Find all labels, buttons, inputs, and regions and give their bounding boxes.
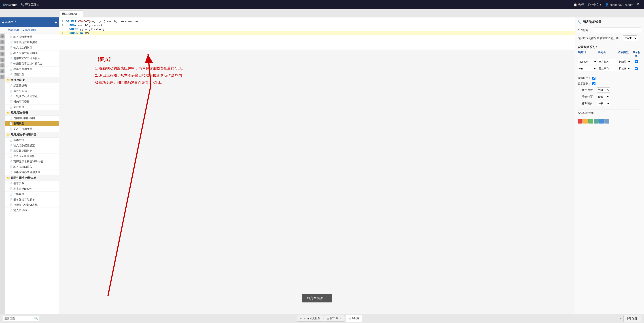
nav-item-2d-form[interactable]: 📄 二维表单 [5, 192, 59, 197]
v-position-select[interactable]: 顶部 底部 [597, 94, 610, 99]
window-tab[interactable]: ⊞ 窗口 I2 → [324, 315, 345, 322]
bind-datasource-button[interactable]: 绑定数据源 → [302, 294, 332, 303]
add-page-button[interactable]: ● 添加页面 [22, 28, 36, 32]
lang-label: 简体中文 [588, 3, 599, 7]
back-to-flow-button[interactable]: ← ← 返回流程图 [297, 315, 323, 322]
h-position-select[interactable]: 中间 左侧 右侧 [597, 87, 610, 93]
nav-item-popup-form[interactable]: 📄 表单弹出二维表单 [5, 197, 59, 202]
color-swatch-red[interactable] [578, 119, 582, 123]
nav-item-chart-var[interactable]: 📄 图表的可用变量 [5, 126, 59, 132]
nav-item-input-link[interactable]: 📄 输入域之间联动 [5, 45, 59, 50]
line-code-1: SELECT CONCAT(mm, '月') month, revenue, a… [66, 19, 140, 23]
color-swatch-blue[interactable] [599, 119, 604, 123]
tab-close-button[interactable]: × [79, 13, 80, 15]
nav-item-tree-var[interactable]: 📄 树的可用变量 [5, 99, 59, 104]
nav-item-table-ds[interactable]: 📄 表格数据源绑定 [5, 148, 59, 154]
nav-item-input-ds[interactable]: 📄 输入域数据源绑定 [5, 143, 59, 148]
nav-item-bind-table[interactable]: 📄 绑定数据表 [5, 83, 59, 88]
nav-group-table-editor[interactable]: 📁 组件用法-表格编辑器 [5, 132, 59, 138]
nav-item-bind-var[interactable]: 📄 输入域绑定变量 [5, 34, 59, 40]
color-swatch-steel[interactable] [604, 119, 609, 123]
icon-block-8[interactable]: 🔧 [0, 75, 4, 79]
nav-item-basic[interactable]: 📄 基本用法 [5, 138, 59, 143]
right-arrow-icon[interactable]: ▶ [55, 20, 57, 24]
add-menu-button[interactable]: ＋ + 添加菜单 [2, 28, 20, 32]
icon-block-7[interactable]: ▦ [0, 69, 4, 73]
icon-block-3[interactable]: ⊟ [0, 46, 4, 50]
nav-item-accounting[interactable]: 📄 会计科目 [5, 104, 59, 110]
sidebar-title: 基本用法 [5, 20, 16, 24]
x-axis-select[interactable]: month [623, 35, 637, 41]
nav-item-row-action[interactable]: 📄 行操作按钮超级表单 [5, 202, 59, 208]
component-config-tab[interactable]: 组件配置 [346, 315, 362, 322]
show-tip-checkbox[interactable] [592, 77, 596, 80]
series1-col-select[interactable]: revenue [578, 59, 597, 64]
v-position-row: 垂直位置： 顶部 底部 [582, 94, 641, 99]
doc-icon: 📄 [10, 128, 12, 130]
series2-type-select[interactable]: 折线图 [618, 66, 630, 71]
line-num-2: 2 [59, 24, 66, 27]
tutorial-link[interactable]: 📋 教程 [574, 3, 584, 7]
sidebar: ◀ 基本用法 ▶ ＋ + 添加菜单 ● 添加页面 ⊞ ☰ ⊟ ≡ ⊠ ⊡ [0, 17, 59, 314]
settings-icon[interactable]: ⚙ [637, 2, 641, 7]
doc-icon: 📄 [10, 106, 12, 109]
nav-item-chart-types[interactable]: 📄 饼图柱状图折线图 [5, 116, 59, 121]
bind-btn-label: 绑定数据源 → [307, 296, 327, 300]
icon-block-1[interactable]: ⊞ [0, 34, 4, 38]
nav-item-other-window[interactable]: 📄 使用其它窗口组件输入 [5, 56, 59, 61]
icon-block-6[interactable]: ⊡ [0, 63, 4, 67]
nav-item-other-window2[interactable]: 📄 使用其它窗口组件输入2 [5, 61, 59, 66]
sort-direction-select[interactable]: 水平 垂直 [597, 101, 610, 106]
save-button[interactable]: 💾 保存 [624, 315, 641, 322]
chart-title-input[interactable] [593, 27, 641, 33]
doc-icon: 📄 [10, 122, 12, 125]
v-position-label: 垂直位置： [582, 95, 596, 99]
series1-type-select[interactable]: 折线图 [618, 59, 630, 64]
nav-item-master-detail[interactable]: 📄 主表->从表格详情 [5, 154, 59, 159]
lang-switcher[interactable]: 简体中文 ▾ [588, 3, 602, 7]
nav-item-editor-var[interactable]: 📄 表格编辑器的可用变量 [5, 170, 59, 175]
series2-col-select[interactable]: avg [578, 66, 597, 71]
nav-item-chart-link[interactable]: 📄 图表联动 [5, 121, 59, 126]
doc-icon: 📄 [10, 155, 12, 158]
col1-header: 数据列 [578, 50, 597, 58]
show-legend-checkbox[interactable] [592, 82, 596, 85]
search-input[interactable] [4, 317, 33, 320]
icon-block-4[interactable]: ≡ [0, 52, 4, 56]
nav-group-tree[interactable]: 📁 组件用法-树 [5, 77, 59, 83]
left-arrow-icon[interactable]: ◀ [2, 20, 4, 24]
nav-item-form-bind[interactable]: 📄 表单绑定变量数据源 [5, 40, 59, 45]
nav-item-input-assist[interactable]: 📄 输入域辅助输入 [5, 164, 59, 170]
color-swatch-green[interactable] [588, 119, 593, 123]
series1-label-checkbox[interactable] [635, 60, 638, 63]
search-icon[interactable]: 🔍 [34, 317, 38, 320]
main-tab[interactable]: 图表联动201 × [59, 10, 83, 17]
color-swatch-teal[interactable] [594, 119, 598, 123]
doc-icon: 📄 [10, 144, 12, 147]
icon-block-5[interactable]: ⊠ [0, 58, 4, 62]
nav-item-input-link2[interactable]: 📄 输入域联动 [5, 208, 59, 213]
annotation-content: 【要点】 1. 在被联动的图表组件中，书写包含主图表变量的 SQL。 2. 返回… [95, 56, 570, 86]
series2-label-checkbox[interactable] [635, 67, 638, 70]
nav-item-node-check[interactable]: 📄 节点可勾选 [5, 88, 59, 94]
line-code-4: ORDER BY mm [66, 31, 88, 35]
nav-item-basic-form-copy[interactable]: 📄 基本表单(copy) [5, 186, 59, 192]
nav-item-basic-form[interactable]: 📄 基本表单 [5, 181, 59, 186]
folder-icon: 📁 [7, 176, 10, 180]
series1-name-input[interactable] [598, 59, 617, 64]
nav-group-chart[interactable]: 📁 组件用法-图表 [5, 110, 59, 116]
x-axis-row: 选择数据列作为 X 轴或饼图的分类： month [578, 35, 641, 41]
nav-item-load-all[interactable]: 📄 一次性加载全部节点 [5, 94, 59, 99]
nav-item-event-script[interactable]: 📄 输入域事件响应脚本 [5, 50, 59, 56]
nav-item-form-var[interactable]: 📄 表单的可用变量 [5, 66, 59, 72]
book-icon: 📋 [574, 3, 577, 6]
series2-name-input[interactable] [598, 66, 617, 71]
annotation-title: 【要点】 [95, 56, 570, 62]
nav-item-footer[interactable]: 📄 页脚显示求和值和平均值 [5, 159, 59, 164]
icon-block-2[interactable]: ☰ [0, 40, 4, 44]
nav-item-crud[interactable]: 📄 增删改查 [5, 72, 59, 77]
nav-group-super-table[interactable]: 📁 四组件用法-超级表单 [5, 175, 59, 181]
user-account[interactable]: 👤 soooon@126.com [605, 3, 633, 6]
tab-label: 图表联动201 [62, 12, 77, 16]
color-swatch-orange[interactable] [583, 119, 588, 123]
